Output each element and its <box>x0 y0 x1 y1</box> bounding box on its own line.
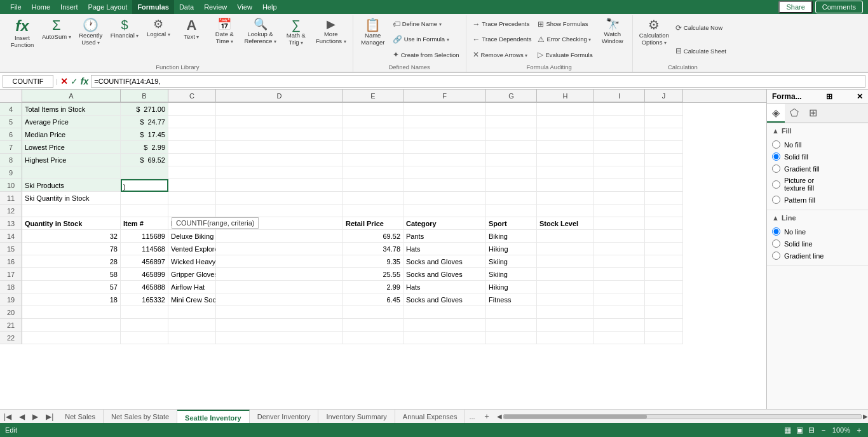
cell-e13[interactable]: Retail Price <box>343 217 403 230</box>
menu-data[interactable]: Data <box>174 0 199 14</box>
tab-net-sales-by-state[interactable]: Net Sales by State <box>104 410 177 424</box>
cell-c11[interactable] <box>168 192 216 205</box>
comments-button[interactable]: Comments <box>815 1 863 13</box>
cell-b9[interactable] <box>121 166 168 179</box>
format-tab-shape[interactable]: ⬠ <box>785 104 804 123</box>
cell-b18[interactable]: 465888 <box>121 281 168 293</box>
cell-e15[interactable]: 34.78 <box>343 243 403 255</box>
tab-seattle-inventory[interactable]: Seattle Inventory <box>177 410 250 424</box>
cell-g4[interactable] <box>486 103 537 116</box>
calculate-now-button[interactable]: ⟳ Calculate Now <box>673 23 729 33</box>
cell-e9[interactable] <box>343 166 403 179</box>
tab-net-sales[interactable]: Net Sales <box>57 410 104 424</box>
cell-i11[interactable] <box>594 192 645 205</box>
h-scroll-right[interactable]: ▶ <box>863 413 868 420</box>
format-panel-close-icon[interactable]: ✕ <box>857 92 863 101</box>
cell-a10[interactable]: Ski Products <box>22 179 121 192</box>
cell-f5[interactable] <box>403 116 486 128</box>
cell-a14[interactable]: 32 <box>22 230 121 243</box>
cell-c9[interactable] <box>168 166 216 179</box>
cell-i12[interactable] <box>594 205 645 217</box>
cell-b20[interactable] <box>121 306 168 319</box>
cell-e19[interactable]: 6.45 <box>343 293 403 306</box>
cell-h13[interactable]: Stock Level <box>537 217 594 230</box>
cell-d22[interactable] <box>216 332 343 344</box>
cell-h16[interactable] <box>537 255 594 268</box>
cell-c21[interactable] <box>168 319 216 332</box>
cell-d7[interactable] <box>216 141 343 154</box>
sheet-nav-next[interactable]: ▶ <box>29 412 42 421</box>
cell-j17[interactable] <box>645 268 683 281</box>
menu-insert[interactable]: Insert <box>55 0 83 14</box>
cell-f14[interactable]: Pants <box>403 230 486 243</box>
cell-a21[interactable] <box>22 319 121 332</box>
cell-i14[interactable] <box>594 230 645 243</box>
cell-a4[interactable]: Total Items in Stock <box>22 103 121 116</box>
cell-b14[interactable]: 115689 <box>121 230 168 243</box>
cell-i15[interactable] <box>594 243 645 255</box>
trace-precedents-button[interactable]: → Trace Precedents <box>470 19 534 29</box>
cell-a11[interactable]: Ski Quantity in Stock <box>22 192 121 205</box>
cell-c10[interactable] <box>168 179 216 192</box>
tab-denver-inventory[interactable]: Denver Inventory <box>250 410 319 424</box>
cell-b16[interactable]: 456897 <box>121 255 168 268</box>
cell-b5[interactable]: $ 24.77 <box>121 116 168 128</box>
cell-g14[interactable]: Biking <box>486 230 537 243</box>
cell-e6[interactable] <box>343 128 403 141</box>
col-header-c[interactable]: C <box>168 90 216 102</box>
cell-a12[interactable] <box>22 205 121 217</box>
cell-i9[interactable] <box>594 166 645 179</box>
fill-picture[interactable]: Picture ortexture fill <box>772 175 863 194</box>
cell-b17[interactable]: 465899 <box>121 268 168 281</box>
cell-b6[interactable]: $ 17.45 <box>121 128 168 141</box>
cell-c18[interactable]: Airflow Hat <box>168 281 216 293</box>
autosum-button[interactable]: Σ AutoSum ▾ <box>39 17 74 43</box>
cell-g15[interactable]: Hiking <box>486 243 537 255</box>
cell-g16[interactable]: Skiing <box>486 255 537 268</box>
cell-i21[interactable] <box>594 319 645 332</box>
menu-view[interactable]: View <box>232 0 257 14</box>
cell-e18[interactable]: 2.99 <box>343 281 403 293</box>
math-trig-button[interactable]: ∑ Math &Trig ▾ <box>280 17 312 48</box>
cell-f11[interactable] <box>403 192 486 205</box>
cell-d19[interactable] <box>216 293 343 306</box>
cell-i4[interactable] <box>594 103 645 116</box>
sheet-nav-first[interactable]: |◀ <box>0 412 15 421</box>
cell-d9[interactable] <box>216 166 343 179</box>
cell-h20[interactable] <box>537 306 594 319</box>
cell-g7[interactable] <box>486 141 537 154</box>
cell-h12[interactable] <box>537 205 594 217</box>
cell-g8[interactable] <box>486 154 537 166</box>
cell-j8[interactable] <box>645 154 683 166</box>
fill-gradient-radio[interactable] <box>772 165 780 173</box>
fill-pattern[interactable]: Pattern fill <box>772 194 863 206</box>
cell-b4[interactable]: $ 271.00 <box>121 103 168 116</box>
cell-d10[interactable] <box>216 179 343 192</box>
tab-inventory-summary[interactable]: Inventory Summary <box>318 410 395 424</box>
cell-a8[interactable]: Highest Price <box>22 154 121 166</box>
fill-gradient[interactable]: Gradient fill <box>772 163 863 175</box>
col-header-j[interactable]: J <box>645 90 683 102</box>
cell-j11[interactable] <box>645 192 683 205</box>
financial-button[interactable]: $ Financial ▾ <box>108 17 142 41</box>
cell-f22[interactable] <box>403 332 486 344</box>
name-manager-button[interactable]: 📋 NameManager <box>357 17 389 48</box>
cell-j16[interactable] <box>645 255 683 268</box>
cell-e4[interactable] <box>343 103 403 116</box>
cell-j21[interactable] <box>645 319 683 332</box>
menu-formulas[interactable]: Formulas <box>132 0 174 14</box>
col-header-e[interactable]: E <box>343 90 403 102</box>
line-gradient-radio[interactable] <box>772 252 780 260</box>
cell-e22[interactable] <box>343 332 403 344</box>
line-gradient[interactable]: Gradient line <box>772 250 863 262</box>
cell-c22[interactable] <box>168 332 216 344</box>
fill-solid[interactable]: Solid fill <box>772 151 863 163</box>
cell-b19[interactable]: 165332 <box>121 293 168 306</box>
cell-i22[interactable] <box>594 332 645 344</box>
cell-e10[interactable] <box>343 179 403 192</box>
cell-c7[interactable] <box>168 141 216 154</box>
cell-h9[interactable] <box>537 166 594 179</box>
menu-review[interactable]: Review <box>199 0 232 14</box>
name-box[interactable] <box>3 75 53 88</box>
cell-i10[interactable] <box>594 179 645 192</box>
